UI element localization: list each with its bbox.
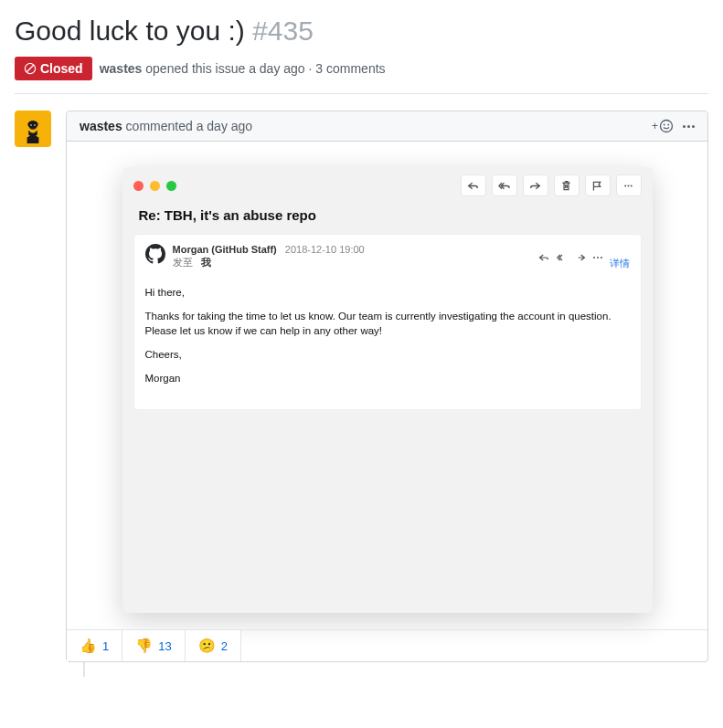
thumbs-down-icon: 👎 [135,638,153,654]
email-from: Morgan (GitHub Staff) [173,244,277,255]
forward-icon [575,252,586,263]
email-window-chrome [122,167,653,204]
issue-title: Good luck to you :) #435 [15,15,708,47]
svg-point-7 [667,124,669,126]
avatar-image [18,114,48,143]
svg-point-9 [628,185,630,186]
comment-body: Re: TBH, it's an abuse repo Morgan (GitH… [67,142,707,629]
thumbs-up-icon: 👍 [80,638,97,654]
email-body-line2: Please let us know if we can help in any… [145,325,383,336]
window-traffic-lights [133,181,176,191]
state-label: Closed [40,61,83,76]
email-empty-area [122,421,653,613]
smiley-icon [659,119,674,133]
issue-comments-count: 3 comments [315,61,385,76]
reactions-bar: 👍 1 👎 13 😕 2 [67,629,707,661]
timeline-connector [83,662,85,677]
issue-author-link[interactable]: wastes [100,61,143,76]
email-screenshot: Re: TBH, it's an abuse repo Morgan (GitH… [122,167,653,613]
closed-icon [24,62,37,75]
svg-point-10 [631,185,633,186]
svg-point-6 [664,124,665,126]
plus-label: + [652,120,658,132]
reaction-count: 2 [221,639,228,653]
reaction-count: 13 [158,639,171,653]
svg-point-8 [624,185,626,186]
comment-header: wastes commented a day ago + [67,111,707,142]
state-badge-closed: Closed [15,57,92,80]
sender-avatar [145,244,165,264]
issue-meta: Closed wastes opened this issue a day ag… [15,57,708,94]
close-dot-icon [133,181,144,191]
delete-button [554,174,579,196]
zoom-dot-icon [166,181,176,191]
svg-point-2 [27,121,37,128]
reaction-count: 1 [102,639,109,653]
forward-button [523,174,548,196]
minimize-dot-icon [150,181,160,191]
reply-all-button [492,174,517,196]
github-mark-icon [145,244,165,264]
email-more-icon [593,257,602,258]
issue-number: #435 [252,16,314,46]
email-subject: Re: TBH, it's an abuse repo [122,204,653,234]
add-reaction-button[interactable]: + [652,119,674,133]
comment-action-text: commented a day ago [126,119,253,133]
svg-point-5 [661,121,673,132]
email-date: 2018-12-10 19:00 [285,244,365,255]
reaction-thumbs-down[interactable]: 👎 13 [122,630,185,661]
issue-title-text: Good luck to you :) [15,16,245,46]
svg-point-4 [34,124,36,126]
comment: wastes commented a day ago + [66,111,708,662]
reaction-thumbs-up[interactable]: 👍 1 [67,630,122,661]
confused-icon: 😕 [198,638,216,654]
email-signoff: Cheers, [145,347,630,362]
email-greeting: Hi there, [145,285,630,300]
reply-button [461,174,486,196]
email-toolbar [461,174,642,196]
reply-icon [467,180,479,192]
reaction-confused[interactable]: 😕 2 [186,630,241,661]
trash-icon [560,180,572,192]
email-to: 发至 我 [173,256,365,269]
email-body: Hi there, Thanks for taking the time to … [145,270,630,385]
email-body-line1: Thanks for taking the time to let us kno… [145,311,611,322]
issue-opened-text: opened this issue a day ago [145,61,304,76]
flag-button [585,174,611,196]
email-signature: Morgan [145,371,630,385]
email-card: Morgan (GitHub Staff) 2018-12-10 19:00 发… [133,234,642,410]
svg-point-3 [30,124,32,126]
comment-author-link[interactable]: wastes [80,119,122,133]
meta-separator: · [309,61,313,76]
more-icon [622,180,634,192]
avatar[interactable] [15,111,51,147]
comment-menu-button[interactable] [683,125,695,128]
reply-all-icon [557,252,568,263]
more-button [616,174,642,196]
flag-icon [591,180,603,192]
reply-icon [538,252,549,263]
email-details-link: 详情 [610,257,630,270]
reply-all-icon [498,180,510,192]
forward-icon [529,180,541,192]
